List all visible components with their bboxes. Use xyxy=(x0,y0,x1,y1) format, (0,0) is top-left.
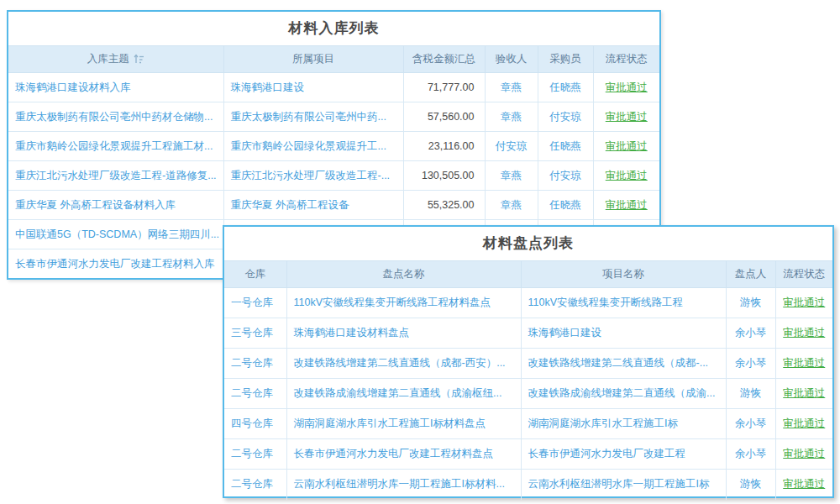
inventory-project-link[interactable]: 改建铁路线增建第二线直通线（成都-... xyxy=(521,349,726,379)
inbound-purchaser-cell[interactable]: 付安琼 xyxy=(538,161,593,191)
inventory-header-row: 仓库 盘点名称 项目名称 盘点人 流程状态 xyxy=(224,261,832,288)
inbound-header-row: 入库主题 所属项目 含税金额汇总 验收人 采购员 流程状态 xyxy=(8,46,659,73)
inbound-acceptor-cell[interactable]: 付安琼 xyxy=(485,132,538,161)
inventory-name-link[interactable]: 改建铁路线增建第二线直通线（成都-西安）... xyxy=(286,349,521,379)
inventory-col-name: 盘点名称 xyxy=(286,261,521,288)
inventory-person-cell[interactable]: 游恢 xyxy=(726,470,775,500)
inventory-status-cell: 审批通过 xyxy=(775,288,832,318)
inbound-row: 珠海鹤港口建设材料入库 珠海鹤港口建设 71,777.00 章燕 任晓燕 审批通… xyxy=(8,73,659,102)
inbound-row: 重庆江北污水处理厂级改造工程-道路修复... 重庆江北污水处理厂级改造工程-..… xyxy=(8,161,659,191)
inbound-subject-link[interactable]: 重庆市鹅岭公园绿化景观提升工程施工材... xyxy=(8,132,223,161)
inbound-col-subject[interactable]: 入库主题 xyxy=(8,46,223,73)
inventory-table: 仓库 盘点名称 项目名称 盘点人 流程状态 一号仓库 110kV安徽线程集变开断… xyxy=(224,260,832,500)
inventory-status-cell: 审批通过 xyxy=(775,379,832,409)
inbound-project-link[interactable]: 重庆华夏 外高桥工程设备 xyxy=(223,191,403,220)
inventory-person-cell[interactable]: 余小琴 xyxy=(726,409,775,439)
inbound-row: 重庆太极制药有限公司亳州中药材仓储物... 重庆太极制药有限公司亳州中药... … xyxy=(8,102,659,132)
inventory-project-link[interactable]: 改建铁路成渝线增建第二直通线（成渝... xyxy=(521,379,726,409)
inbound-acceptor-cell[interactable]: 章燕 xyxy=(485,102,538,132)
status-link[interactable]: 审批通过 xyxy=(783,478,825,490)
inventory-col-warehouse: 仓库 xyxy=(224,261,286,288)
status-link[interactable]: 审批通过 xyxy=(783,327,825,339)
status-link[interactable]: 审批通过 xyxy=(783,417,825,429)
inbound-amount-cell: 57,560.00 xyxy=(403,102,485,132)
inventory-row: 二号仓库 改建铁路线增建第二线直通线（成都-西安）... 改建铁路线增建第二线直… xyxy=(224,349,832,379)
inbound-col-subject-label: 入库主题 xyxy=(87,53,129,65)
inventory-person-cell[interactable]: 余小琴 xyxy=(726,318,775,349)
status-link[interactable]: 审批通过 xyxy=(783,387,825,399)
inventory-name-link[interactable]: 湖南洞庭湖水库引水工程施工I标材料盘点 xyxy=(286,409,521,439)
inventory-project-link[interactable]: 长春市伊通河水力发电厂改建工程 xyxy=(521,439,726,470)
inventory-status-cell: 审批通过 xyxy=(775,439,832,470)
inbound-project-link[interactable]: 重庆太极制药有限公司亳州中药... xyxy=(223,102,403,132)
inbound-acceptor-cell[interactable]: 章燕 xyxy=(485,161,538,191)
inbound-col-status: 流程状态 xyxy=(593,46,659,73)
inbound-status-cell: 审批通过 xyxy=(593,132,659,161)
inbound-row: 重庆市鹅岭公园绿化景观提升工程施工材... 重庆市鹅岭公园绿化景观提升工... … xyxy=(8,132,659,161)
warehouse-cell[interactable]: 三号仓库 xyxy=(224,318,286,349)
inbound-subject-link[interactable]: 重庆太极制药有限公司亳州中药材仓储物... xyxy=(8,102,223,132)
inventory-row: 二号仓库 云南水利枢纽潜明水库一期工程施工I标材料... 云南水利枢纽潜明水库一… xyxy=(224,470,832,500)
inventory-col-project: 项目名称 xyxy=(521,261,726,288)
inventory-name-link[interactable]: 珠海鹤港口建设材料盘点 xyxy=(286,318,521,349)
inventory-status-cell: 审批通过 xyxy=(775,349,832,379)
inventory-project-link[interactable]: 云南水利枢纽潜明水库一期工程施工I标 xyxy=(521,470,726,500)
inbound-row: 重庆华夏 外高桥工程设备材料入库 重庆华夏 外高桥工程设备 55,325.00 … xyxy=(8,191,659,220)
inbound-list-title: 材料入库列表 xyxy=(8,12,659,45)
inbound-subject-link[interactable]: 中国联通5G（TD-SCDMA）网络三期四川... xyxy=(8,220,223,249)
status-link[interactable]: 审批通过 xyxy=(606,111,648,123)
inventory-person-cell[interactable]: 游恢 xyxy=(726,379,775,409)
inbound-status-cell: 审批通过 xyxy=(593,73,659,102)
inventory-row: 四号仓库 湖南洞庭湖水库引水工程施工I标材料盘点 湖南洞庭湖水库引水工程施工I标… xyxy=(224,409,832,439)
inventory-name-link[interactable]: 云南水利枢纽潜明水库一期工程施工I标材料... xyxy=(286,470,521,500)
warehouse-cell[interactable]: 二号仓库 xyxy=(224,439,286,470)
inbound-project-link[interactable]: 重庆江北污水处理厂级改造工程-... xyxy=(223,161,403,191)
inbound-purchaser-cell[interactable]: 任晓燕 xyxy=(538,191,593,220)
inbound-acceptor-cell[interactable]: 章燕 xyxy=(485,191,538,220)
inbound-subject-link[interactable]: 重庆华夏 外高桥工程设备材料入库 xyxy=(8,191,223,220)
inbound-subject-link[interactable]: 长春市伊通河水力发电厂改建工程材料入库 xyxy=(8,249,223,279)
inbound-subject-link[interactable]: 珠海鹤港口建设材料入库 xyxy=(8,73,223,102)
warehouse-cell[interactable]: 二号仓库 xyxy=(224,349,286,379)
inventory-project-link[interactable]: 湖南洞庭湖水库引水工程施工I标 xyxy=(521,409,726,439)
inventory-status-cell: 审批通过 xyxy=(775,470,832,500)
inventory-row: 一号仓库 110kV安徽线程集变开断线路工程材料盘点 110kV安徽线程集变开断… xyxy=(224,288,832,318)
inbound-amount-cell: 55,325.00 xyxy=(403,191,485,220)
status-link[interactable]: 审批通过 xyxy=(606,81,648,93)
inbound-purchaser-cell[interactable]: 付安琼 xyxy=(538,102,593,132)
warehouse-cell[interactable]: 四号仓库 xyxy=(224,409,286,439)
inbound-acceptor-cell[interactable]: 章燕 xyxy=(485,73,538,102)
status-link[interactable]: 审批通过 xyxy=(606,199,648,211)
inventory-row: 三号仓库 珠海鹤港口建设材料盘点 珠海鹤港口建设 余小琴 审批通过 xyxy=(224,318,832,349)
inventory-row: 二号仓库 长春市伊通河水力发电厂改建工程材料盘点 长春市伊通河水力发电厂改建工程… xyxy=(224,439,832,470)
inbound-col-purchaser: 采购员 xyxy=(538,46,593,73)
warehouse-cell[interactable]: 二号仓库 xyxy=(224,379,286,409)
status-link[interactable]: 审批通过 xyxy=(783,357,825,369)
inbound-project-link[interactable]: 重庆市鹅岭公园绿化景观提升工... xyxy=(223,132,403,161)
inventory-person-cell[interactable]: 余小琴 xyxy=(726,439,775,470)
warehouse-cell[interactable]: 二号仓库 xyxy=(224,470,286,500)
status-link[interactable]: 审批通过 xyxy=(606,140,648,152)
inventory-name-link[interactable]: 110kV安徽线程集变开断线路工程材料盘点 xyxy=(286,288,521,318)
warehouse-cell[interactable]: 一号仓库 xyxy=(224,288,286,318)
inbound-col-amount: 含税金额汇总 xyxy=(403,46,485,73)
sort-ascending-icon[interactable] xyxy=(134,54,144,66)
inventory-person-cell[interactable]: 游恢 xyxy=(726,288,775,318)
inbound-subject-link[interactable]: 重庆江北污水处理厂级改造工程-道路修复... xyxy=(8,161,223,191)
inbound-purchaser-cell[interactable]: 任晓燕 xyxy=(538,73,593,102)
inventory-person-cell[interactable]: 余小琴 xyxy=(726,349,775,379)
inventory-project-link[interactable]: 110kV安徽线程集变开断线路工程 xyxy=(521,288,726,318)
inventory-project-link[interactable]: 珠海鹤港口建设 xyxy=(521,318,726,349)
inventory-name-link[interactable]: 改建铁路成渝线增建第二直通线（成渝枢纽... xyxy=(286,379,521,409)
status-link[interactable]: 审批通过 xyxy=(783,297,825,308)
inbound-project-link[interactable]: 珠海鹤港口建设 xyxy=(223,73,403,102)
inbound-status-cell: 审批通过 xyxy=(593,191,659,220)
inbound-purchaser-cell[interactable]: 任晓燕 xyxy=(538,132,593,161)
status-link[interactable]: 审批通过 xyxy=(783,448,825,459)
status-link[interactable]: 审批通过 xyxy=(606,170,648,181)
inbound-amount-cell: 130,505.00 xyxy=(403,161,485,191)
page: { "colors": { "card_border": "#54b9e9", … xyxy=(0,0,840,504)
inventory-name-link[interactable]: 长春市伊通河水力发电厂改建工程材料盘点 xyxy=(286,439,521,470)
inventory-status-cell: 审批通过 xyxy=(775,409,832,439)
inbound-col-project: 所属项目 xyxy=(223,46,403,73)
